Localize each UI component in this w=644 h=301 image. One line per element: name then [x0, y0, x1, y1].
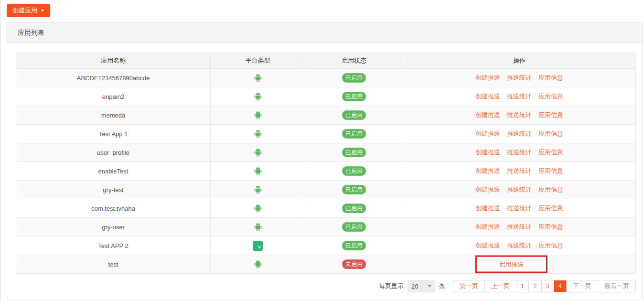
actions-cell: 创建推送推送统计应用信息	[403, 69, 636, 87]
action-link-push-stats[interactable]: 推送统计	[507, 167, 532, 174]
action-link-create-push[interactable]: 创建推送	[475, 167, 500, 174]
status-cell: 已启用	[305, 143, 403, 162]
page-size-unit-label: 条	[439, 282, 445, 290]
swift-icon	[253, 241, 263, 251]
app-table-body: ABCDE1234567890abcde	[16, 69, 636, 274]
action-link-app-info[interactable]: 应用信息	[538, 111, 563, 118]
actions-cell: 创建推送推送统计应用信息	[403, 181, 636, 199]
action-link-app-info[interactable]: 应用信息	[538, 74, 563, 81]
status-cell: 已启用	[305, 87, 403, 106]
android-icon	[254, 129, 262, 137]
status-badge: 未启用	[342, 259, 366, 269]
action-link-push-stats[interactable]: 推送统计	[507, 204, 532, 212]
table-row: test 未启用	[16, 255, 636, 274]
action-link-app-info[interactable]: 应用信息	[538, 130, 563, 137]
action-link-create-push[interactable]: 创建推送	[475, 111, 500, 118]
actions-cell: 创建推送推送统计应用信息	[403, 236, 636, 255]
action-link-app-info[interactable]: 应用信息	[538, 167, 563, 174]
android-icon	[254, 74, 262, 81]
pager-item-2[interactable]: 2	[528, 280, 541, 292]
app-name-cell: memeda	[16, 106, 211, 125]
column-header-app-name: 应用名称	[16, 53, 211, 69]
app-name-cell: gry-user	[16, 218, 211, 236]
table-row: gry-user 已启用	[16, 218, 636, 236]
panel-body: 应用名称 平台类型 启用状态 操作 ABCDE1234567890abcde	[6, 43, 642, 292]
action-link-push-stats[interactable]: 推送统计	[507, 130, 532, 137]
platform-cell	[211, 125, 305, 143]
app-name-cell: user_profile	[16, 143, 211, 162]
action-link-push-stats[interactable]: 推送统计	[507, 223, 532, 230]
status-badge: 已启用	[342, 166, 366, 176]
pager-item-1[interactable]: 1	[516, 280, 528, 292]
action-link-app-info[interactable]: 应用信息	[538, 149, 563, 156]
status-badge: 已启用	[342, 204, 366, 213]
platform-cell	[211, 162, 305, 181]
caret-down-icon	[41, 10, 44, 11]
platform-cell	[211, 106, 305, 125]
status-badge: 已启用	[342, 241, 366, 250]
actions-cell: 创建推送推送统计应用信息	[403, 106, 636, 125]
table-row: enpain2 已启用	[16, 87, 636, 106]
create-app-button[interactable]: 创建应用	[7, 4, 50, 17]
action-link-app-info[interactable]: 应用信息	[538, 242, 563, 249]
action-link-create-push[interactable]: 创建推送	[475, 74, 500, 81]
status-badge: 已启用	[342, 222, 366, 232]
action-link-create-push[interactable]: 创建推送	[475, 223, 500, 230]
page-size-value: 20	[411, 283, 418, 290]
column-header-status: 启用状态	[305, 53, 403, 69]
android-icon	[254, 260, 262, 267]
status-cell: 已启用	[305, 69, 403, 87]
table-row: gry-test 已启用	[16, 181, 636, 199]
action-link-app-info[interactable]: 应用信息	[538, 93, 563, 100]
platform-cell	[211, 181, 305, 199]
app-name-cell: com.test.tvhaha	[16, 199, 211, 218]
platform-cell	[211, 69, 305, 87]
status-badge: 已启用	[342, 185, 366, 194]
status-badge: 已启用	[342, 148, 366, 157]
actions-cell: 创建推送推送统计应用信息	[403, 218, 636, 236]
status-cell: 已启用	[305, 106, 403, 125]
status-badge: 已启用	[342, 110, 366, 120]
table-row: user_profile 已	[16, 143, 636, 162]
action-link-create-push[interactable]: 创建推送	[475, 242, 500, 249]
annotation-highlight-box: 启用推送	[475, 256, 547, 273]
action-link-create-push[interactable]: 创建推送	[475, 149, 500, 156]
action-link-create-push[interactable]: 创建推送	[475, 204, 500, 212]
pager-item-下一页: 下一页	[566, 280, 598, 292]
app-name-cell: ABCDE1234567890abcde	[16, 69, 211, 87]
action-link-create-push[interactable]: 创建推送	[475, 130, 500, 137]
pager-item-3[interactable]: 3	[541, 280, 554, 292]
pager-item-4[interactable]: 4	[554, 280, 566, 292]
actions-cell: 创建推送推送统计应用信息	[403, 125, 636, 143]
pager-item-第一页[interactable]: 第一页	[453, 280, 484, 292]
platform-cell	[211, 87, 305, 106]
action-link-push-stats[interactable]: 推送统计	[507, 111, 532, 118]
header-row: 应用名称 平台类型 启用状态 操作	[16, 53, 636, 69]
android-icon	[254, 92, 262, 99]
app-table: 应用名称 平台类型 启用状态 操作 ABCDE1234567890abcde	[16, 53, 636, 274]
actions-cell: 启用推送	[403, 255, 636, 274]
action-link-create-push[interactable]: 创建推送	[475, 186, 500, 193]
action-link-enable-push[interactable]: 启用推送	[499, 260, 524, 269]
action-link-push-stats[interactable]: 推送统计	[507, 186, 532, 193]
action-link-app-info[interactable]: 应用信息	[538, 186, 563, 193]
app-name-cell: test	[16, 255, 211, 274]
actions-cell: 创建推送推送统计应用信息	[403, 87, 636, 106]
action-link-push-stats[interactable]: 推送统计	[507, 93, 532, 100]
action-link-create-push[interactable]: 创建推送	[475, 93, 500, 100]
action-link-push-stats[interactable]: 推送统计	[507, 242, 532, 249]
page-size-select[interactable]: 20	[408, 280, 435, 292]
action-link-push-stats[interactable]: 推送统计	[507, 149, 532, 156]
action-link-app-info[interactable]: 应用信息	[538, 204, 563, 212]
platform-cell	[211, 255, 305, 274]
pager: 第一页上一页1234下一页最后一页	[453, 280, 636, 292]
status-badge: 已启用	[342, 73, 366, 83]
status-badge: 已启用	[342, 92, 366, 101]
pager-item-上一页[interactable]: 上一页	[484, 280, 516, 292]
column-header-platform: 平台类型	[211, 53, 305, 69]
app-name-cell: enableTest	[16, 162, 211, 181]
status-badge: 已启用	[342, 129, 366, 139]
android-icon	[254, 223, 262, 230]
action-link-push-stats[interactable]: 推送统计	[507, 74, 532, 81]
action-link-app-info[interactable]: 应用信息	[538, 223, 563, 230]
